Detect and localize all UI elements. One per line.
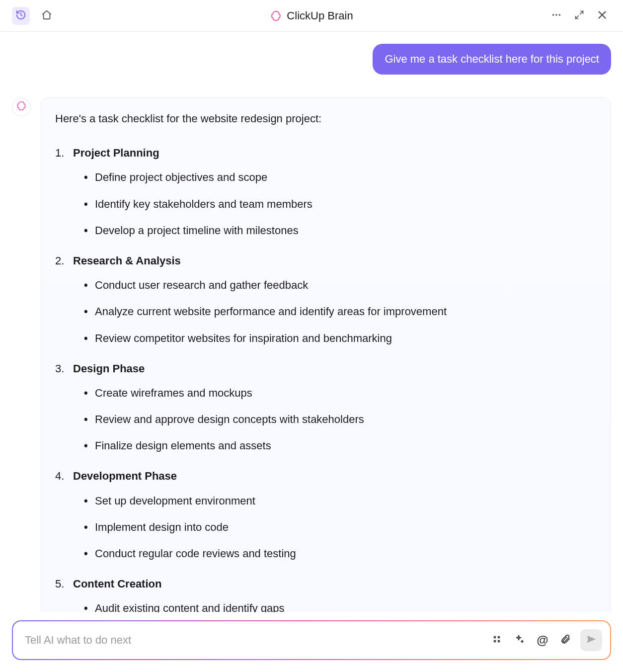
section-title: Design Phase <box>55 360 597 377</box>
close-icon <box>597 9 608 22</box>
section-title: Research & Analysis <box>55 252 597 269</box>
checklist-item: Develop a project timeline with mileston… <box>84 222 597 239</box>
svg-point-1 <box>555 14 557 16</box>
mention-icon: @ <box>537 633 548 647</box>
history-icon <box>15 9 26 22</box>
section-items: Set up development environmentImplement … <box>55 492 597 563</box>
home-icon <box>41 9 52 22</box>
more-icon <box>551 9 562 22</box>
section-title: Project Planning <box>55 144 597 162</box>
ai-avatar <box>12 97 31 116</box>
input-area: @ <box>12 620 611 660</box>
send-icon <box>586 634 597 647</box>
checklist: Project PlanningDefine project objective… <box>55 144 597 612</box>
section-title: Development Phase <box>55 467 597 485</box>
checklist-section: Research & AnalysisConduct user research… <box>55 252 597 347</box>
checklist-section: Design PhaseCreate wireframes and mockup… <box>55 360 597 455</box>
checklist-item: Identify key stakeholders and team membe… <box>84 195 597 213</box>
svg-point-0 <box>552 14 554 16</box>
checklist-item: Finalize design elements and assets <box>84 437 597 454</box>
input-inner: @ <box>13 621 610 659</box>
page-title: ClickUp Brain <box>287 9 353 22</box>
checklist-item: Conduct regular code reviews and testing <box>84 545 597 562</box>
section-title: Content Creation <box>55 575 597 592</box>
history-button[interactable] <box>12 7 30 25</box>
sparkle-button[interactable] <box>512 632 528 648</box>
ai-response: Here's a task checklist for the website … <box>41 97 611 612</box>
checklist-item: Define project objectives and scope <box>84 168 597 186</box>
home-button[interactable] <box>38 7 56 25</box>
input-wrapper: @ <box>12 620 611 660</box>
attach-icon <box>560 634 571 647</box>
checklist-item: Implement design into code <box>84 518 597 536</box>
close-button[interactable] <box>593 7 611 25</box>
user-message-row: Give me a task checklist here for this p… <box>12 44 611 75</box>
tools-button[interactable] <box>489 632 505 648</box>
svg-line-4 <box>576 16 579 19</box>
header-center: ClickUp Brain <box>270 9 353 22</box>
svg-line-3 <box>580 11 583 14</box>
user-message-bubble: Give me a task checklist here for this p… <box>373 44 611 75</box>
attach-button[interactable] <box>557 632 573 648</box>
send-button[interactable] <box>580 629 602 651</box>
ai-intro-text: Here's a task checklist for the website … <box>55 110 597 127</box>
checklist-item: Conduct user research and gather feedbac… <box>84 276 597 294</box>
chat-area: Give me a task checklist here for this p… <box>0 32 623 612</box>
header-right <box>547 7 611 25</box>
section-items: Conduct user research and gather feedbac… <box>55 276 597 347</box>
checklist-item: Analyze current website performance and … <box>84 303 597 320</box>
header-left <box>12 7 56 25</box>
section-items: Create wireframes and mockupsReview and … <box>55 384 597 455</box>
brain-icon <box>270 10 282 22</box>
expand-icon <box>574 10 584 21</box>
mention-button[interactable]: @ <box>535 632 550 648</box>
checklist-item: Review competitor websites for inspirati… <box>84 330 597 347</box>
checklist-section: Content CreationAudit existing content a… <box>55 575 597 612</box>
ai-input[interactable] <box>25 634 484 647</box>
sparkle-icon <box>514 633 526 647</box>
brain-icon <box>16 100 27 113</box>
input-actions: @ <box>489 629 602 651</box>
checklist-item: Create wireframes and mockups <box>84 384 597 402</box>
checklist-section: Project PlanningDefine project objective… <box>55 144 597 239</box>
tools-icon <box>491 633 503 647</box>
checklist-item: Set up development environment <box>84 492 597 509</box>
checklist-section: Development PhaseSet up development envi… <box>55 467 597 562</box>
checklist-item: Audit existing content and identify gaps <box>84 599 597 612</box>
checklist-item: Review and approve design concepts with … <box>84 411 597 428</box>
header: ClickUp Brain <box>0 0 623 32</box>
section-items: Audit existing content and identify gaps… <box>55 599 597 612</box>
ai-message-row: Here's a task checklist for the website … <box>12 97 611 612</box>
svg-point-2 <box>559 14 561 16</box>
more-button[interactable] <box>547 7 565 25</box>
expand-button[interactable] <box>570 7 588 25</box>
section-items: Define project objectives and scopeIdent… <box>55 168 597 239</box>
